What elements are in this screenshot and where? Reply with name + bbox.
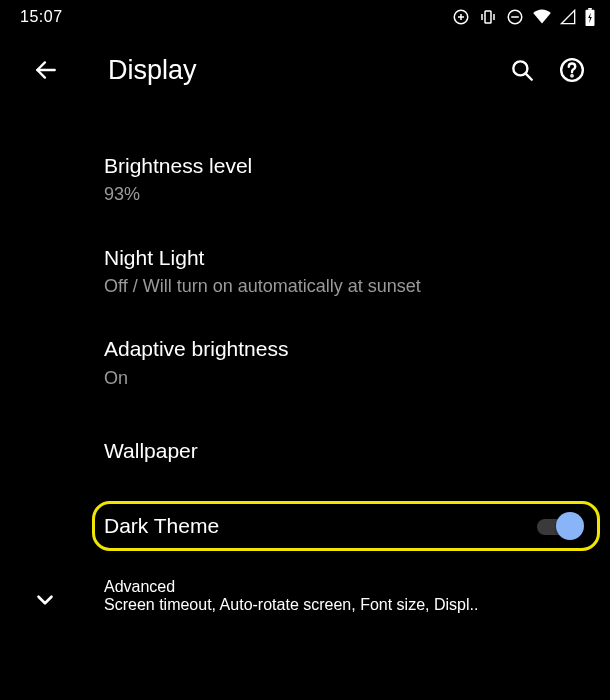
switch-thumb xyxy=(556,512,584,540)
display-settings-screen: 15:07 Display Brightness level 93% Nig xyxy=(0,0,610,700)
status-bar: 15:07 xyxy=(0,0,610,34)
help-button[interactable] xyxy=(550,48,594,92)
arrow-back-icon xyxy=(33,57,59,83)
row-subtitle: Screen timeout, Auto-rotate screen, Font… xyxy=(104,596,584,614)
night-light-row[interactable]: Night Light Off / Will turn on automatic… xyxy=(0,226,610,318)
dark-theme-row[interactable]: Dark Theme xyxy=(0,493,610,559)
row-title: Brightness level xyxy=(104,153,586,179)
app-bar: Display xyxy=(0,34,610,106)
advanced-row[interactable]: Advanced Screen timeout, Auto-rotate scr… xyxy=(0,559,610,633)
row-subtitle: Off / Will turn on automatically at suns… xyxy=(104,275,586,298)
vibrate-icon xyxy=(478,8,498,26)
status-time: 15:07 xyxy=(20,8,63,26)
brightness-level-row[interactable]: Brightness level 93% xyxy=(0,134,610,226)
cell-signal-icon xyxy=(560,9,576,25)
svg-point-14 xyxy=(571,75,572,76)
search-button[interactable] xyxy=(500,48,544,92)
row-subtitle: 93% xyxy=(104,183,586,206)
row-title: Wallpaper xyxy=(104,428,586,474)
add-circle-icon xyxy=(452,8,470,26)
expand-icon-wrap xyxy=(32,587,58,617)
adaptive-brightness-row[interactable]: Adaptive brightness On xyxy=(0,317,610,409)
wallpaper-row[interactable]: Wallpaper xyxy=(0,409,610,493)
svg-rect-9 xyxy=(588,8,592,10)
back-button[interactable] xyxy=(24,48,68,92)
dark-theme-toggle[interactable] xyxy=(536,512,582,540)
svg-line-12 xyxy=(525,73,531,79)
row-title: Advanced xyxy=(104,578,586,596)
svg-rect-3 xyxy=(485,11,491,23)
row-subtitle: On xyxy=(104,367,586,390)
row-title: Night Light xyxy=(104,245,586,271)
search-icon xyxy=(509,57,535,83)
help-icon xyxy=(559,57,585,83)
row-title: Adaptive brightness xyxy=(104,336,586,362)
wifi-icon xyxy=(532,9,552,25)
battery-charging-icon xyxy=(584,8,596,26)
row-title: Dark Theme xyxy=(104,514,536,538)
settings-list: Brightness level 93% Night Light Off / W… xyxy=(0,106,610,633)
status-icons xyxy=(452,8,596,26)
chevron-down-icon xyxy=(32,587,58,613)
page-title: Display xyxy=(108,55,500,86)
do-not-disturb-icon xyxy=(506,8,524,26)
